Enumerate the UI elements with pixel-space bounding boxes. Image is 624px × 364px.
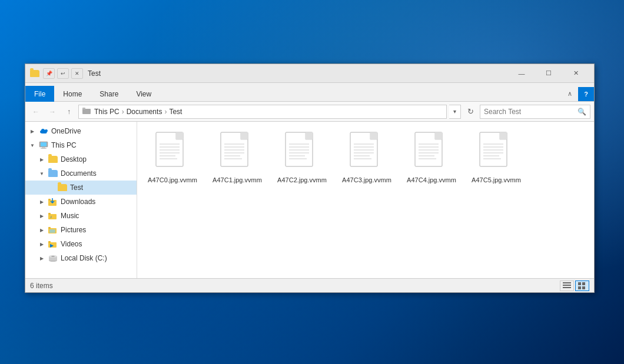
svg-text:▶: ▶ [50, 243, 54, 248]
svg-rect-14 [48, 227, 51, 229]
path-test[interactable]: Test [169, 108, 182, 116]
search-input[interactable] [484, 108, 577, 116]
sidebar-label-test: Test [70, 183, 83, 192]
sidebar-item-desktop[interactable]: ▶ Desktop [25, 152, 137, 166]
svg-rect-5 [42, 147, 45, 148]
sidebar-label-music: Music [61, 212, 79, 220]
sidebar-label-downloads: Downloads [61, 198, 95, 206]
sidebar-label-videos: Videos [61, 240, 82, 248]
music-icon: ♪ [48, 211, 58, 221]
expand-arrow-pictures: ▶ [37, 225, 47, 235]
sidebar-label-this-pc: This PC [51, 141, 77, 149]
search-icon[interactable]: 🔍 [577, 108, 586, 116]
tab-home[interactable]: Home [54, 86, 91, 102]
address-dropdown-button[interactable]: ▾ [449, 105, 461, 119]
sidebar-label-pictures: Pictures [61, 226, 86, 234]
forward-button[interactable]: → [45, 105, 59, 119]
svg-rect-70 [500, 132, 507, 139]
expand-arrow-music: ▶ [37, 211, 47, 221]
sidebar-item-test[interactable]: Test [25, 181, 137, 195]
path-folder-icon [82, 107, 91, 116]
file-icon-4 [414, 131, 449, 173]
window-controls: — ☐ ✕ [508, 64, 589, 83]
search-box[interactable]: 🔍 [480, 105, 590, 119]
path-this-pc[interactable]: This PC [94, 108, 120, 116]
pin-button[interactable]: 📌 [43, 68, 55, 79]
expand-arrow-downloads: ▶ [37, 197, 47, 206]
desktop-folder-icon [48, 154, 58, 165]
back-button[interactable]: ← [29, 105, 43, 119]
svg-rect-6 [41, 148, 47, 149]
file-explorer-window: 📌 ↩ ✕ Test — ☐ ✕ File Home Share View ∧ … [25, 64, 595, 293]
title-bar-quick-actions: 📌 ↩ ✕ [43, 68, 83, 79]
sidebar-item-downloads[interactable]: ▶ Downloads [25, 195, 137, 209]
expand-arrow-this-pc: ▼ [28, 141, 37, 150]
tab-share[interactable]: Share [91, 86, 127, 102]
sidebar: ▶ OneDrive ▼ Thi [25, 122, 137, 278]
sidebar-label-onedrive: OneDrive [51, 127, 81, 135]
refresh-button[interactable]: ↻ [463, 105, 477, 119]
large-icons-view-button[interactable] [575, 280, 589, 291]
sidebar-item-onedrive[interactable]: ▶ OneDrive [25, 124, 137, 138]
svg-rect-2 [82, 108, 85, 109]
file-icon-1 [220, 131, 255, 173]
ribbon: File Home Share View ∧ ? [25, 83, 594, 102]
file-icon-3 [349, 131, 384, 173]
undo-button[interactable]: ↩ [57, 68, 69, 79]
up-button[interactable]: ↑ [62, 105, 76, 119]
sidebar-item-documents[interactable]: ▼ Documents [25, 166, 137, 181]
ribbon-collapse-button[interactable]: ∧ [562, 86, 578, 101]
file-icon-2 [284, 131, 320, 173]
sidebar-item-local-disk[interactable]: ▶ Local Disk (C:) [25, 251, 137, 265]
sidebar-item-pictures[interactable]: ▶ Pictures [25, 223, 137, 237]
file-item[interactable]: A47C4.jpg.vvmm [402, 128, 461, 188]
svg-rect-61 [435, 132, 442, 139]
file-item[interactable]: A47C5.jpg.vvmm [467, 128, 526, 188]
tab-view[interactable]: View [127, 86, 160, 102]
file-item[interactable]: A47C3.jpg.vvmm [337, 128, 396, 188]
svg-rect-78 [563, 285, 571, 286]
help-button[interactable]: ? [578, 87, 594, 101]
main-area: ▶ OneDrive ▼ Thi [25, 122, 594, 278]
path-documents[interactable]: Documents [127, 108, 162, 116]
sidebar-label-local-disk: Local Disk (C:) [61, 254, 107, 262]
test-folder-icon [57, 182, 68, 193]
sidebar-label-documents: Documents [61, 169, 97, 178]
svg-rect-77 [563, 282, 571, 283]
svg-rect-81 [582, 282, 585, 285]
videos-icon: ▶ [48, 239, 58, 249]
address-path[interactable]: This PC › Documents › Test [78, 105, 447, 119]
window-title: Test [88, 69, 508, 78]
sidebar-item-music[interactable]: ▶ ♪ Music [25, 209, 137, 223]
svg-rect-15 [49, 229, 55, 233]
sidebar-item-videos[interactable]: ▶ ▶ Videos [25, 237, 137, 251]
tab-file[interactable]: File [25, 86, 54, 102]
files-grid: A47C0.jpg.vvmm [143, 128, 588, 188]
minimize-button[interactable]: — [508, 64, 535, 83]
details-view-button[interactable] [560, 280, 574, 291]
file-name-3: A47C3.jpg.vvmm [342, 176, 391, 184]
expand-arrow-videos: ▶ [37, 239, 47, 249]
svg-rect-34 [241, 132, 248, 139]
file-name-2: A47C2.jpg.vvmm [277, 176, 327, 184]
sidebar-label-desktop: Desktop [61, 155, 87, 163]
file-name-5: A47C5.jpg.vvmm [472, 176, 521, 184]
maximize-button[interactable]: ☐ [535, 64, 562, 83]
file-item[interactable]: A47C0.jpg.vvmm [143, 128, 202, 188]
close-button[interactable]: ✕ [562, 64, 589, 83]
file-name-1: A47C1.jpg.vvmm [213, 176, 262, 184]
properties-button[interactable]: ✕ [71, 68, 83, 79]
svg-rect-82 [578, 286, 581, 289]
file-icon-5 [479, 131, 514, 173]
expand-arrow-desktop: ▶ [37, 155, 47, 164]
svg-rect-43 [306, 132, 313, 139]
file-item[interactable]: A47C2.jpg.vvmm [273, 128, 331, 188]
file-icon-0 [155, 131, 190, 173]
sidebar-item-this-pc[interactable]: ▼ This PC [25, 138, 137, 152]
expand-arrow-local-disk: ▶ [37, 253, 47, 263]
file-item[interactable]: A47C1.jpg.vvmm [208, 128, 267, 188]
local-disk-icon [48, 253, 58, 263]
svg-rect-25 [176, 132, 183, 139]
downloads-icon [48, 196, 58, 207]
this-pc-icon [38, 140, 49, 151]
